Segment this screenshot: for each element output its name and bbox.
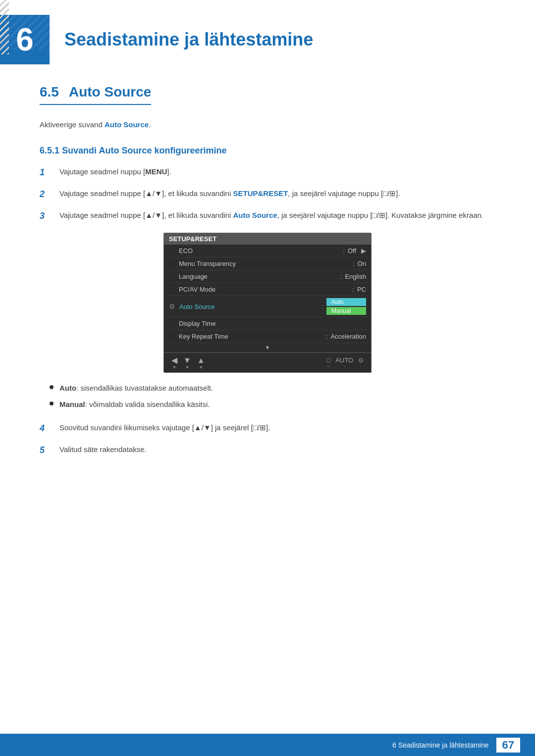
- right-nav-icons: □ ─ AUTO · ⊙ ·: [326, 356, 364, 369]
- intro-paragraph: Aktiveerige suvand Auto Source.: [40, 119, 495, 131]
- step-5-text: Valitud säte rakendatakse.: [59, 444, 495, 455]
- transparency-value: On: [358, 260, 366, 267]
- step-4-text: Soovitud suvandini liikumiseks vajutage …: [59, 422, 495, 434]
- sub-section-number: 6.5.1: [40, 146, 59, 155]
- footer-section-label: 6 Seadistamine ja lähtestamine: [392, 741, 489, 749]
- menu-screenshot: SETUP&RESET ECO : Off ▶ Menu Transparenc…: [163, 233, 372, 373]
- section-title: Auto Source: [69, 84, 151, 100]
- step-2-number: 2: [40, 187, 54, 202]
- intro-bold-text: Auto Source: [105, 120, 149, 129]
- nav-power-icon: ⊙ ·: [358, 356, 364, 369]
- auto-option: Auto: [326, 298, 366, 306]
- step-5-number: 5: [40, 443, 54, 457]
- bullet-list: Auto: sisendallikas tuvastatakse automaa…: [50, 383, 495, 410]
- nav-auto-icon: AUTO ·: [335, 356, 353, 369]
- step-4: 4 Soovitud suvandini liikumiseks vajutag…: [40, 422, 495, 436]
- step-4-number: 4: [40, 421, 54, 436]
- menu-title-bar: SETUP&RESET: [164, 233, 371, 245]
- nav-enter-icon: □ ─: [326, 356, 330, 369]
- main-content: 6.5Auto Source Aktiveerige suvand Auto S…: [0, 84, 535, 507]
- step-1: 1 Vajutage seadmel nuppu [MENU].: [40, 166, 495, 180]
- page-header: 6 Seadistamine ja lähtestamine: [0, 0, 535, 74]
- auto-source-label: Auto Source: [179, 303, 319, 310]
- step-1-text: Vajutage seadmel nuppu [MENU].: [59, 166, 495, 178]
- section-heading: 6.5Auto Source: [40, 84, 151, 105]
- intro-text-after: .: [149, 120, 151, 129]
- eco-label: ECO: [179, 247, 340, 254]
- menu-row-language: Language : English: [164, 270, 371, 283]
- eco-arrow: ▶: [361, 247, 366, 254]
- pcav-label: PC/AV Mode: [179, 286, 349, 293]
- menu-row-eco: ECO : Off ▶: [164, 245, 371, 257]
- steps-list-2: 4 Soovitud suvandini liikumiseks vajutag…: [40, 422, 495, 457]
- display-time-label: Display Time: [179, 320, 366, 327]
- nav-back-icon: ◀ ▼: [171, 355, 177, 370]
- key-repeat-value: Acceleration: [330, 333, 366, 340]
- bullet-manual: Manual: võimaldab valida sisendallika kä…: [50, 399, 495, 410]
- step-2: 2 Vajutage seadmel nuppe [▲/▼], et liiku…: [40, 188, 495, 202]
- bullet-auto: Auto: sisendallikas tuvastatakse automaa…: [50, 383, 495, 394]
- intro-text-before: Aktiveerige suvand: [40, 120, 105, 129]
- language-label: Language: [179, 273, 337, 280]
- pcav-value: PC: [357, 286, 366, 293]
- step-2-text: Vajutage seadmel nuppe [▲/▼], et liikuda…: [59, 188, 495, 200]
- nav-down-icon: ▼ ▼: [183, 356, 191, 370]
- gear-icon: ⚙: [169, 302, 175, 310]
- nav-up-icon: ▲ ▼: [197, 356, 205, 370]
- steps-list: 1 Vajutage seadmel nuppu [MENU]. 2 Vajut…: [40, 166, 495, 223]
- manual-option: Manual: [326, 307, 366, 315]
- eco-value: Off: [348, 247, 356, 254]
- language-value: English: [345, 273, 366, 280]
- chapter-title: Seadistamine ja lähtestamine: [64, 29, 313, 50]
- sub-section-title: Suvandi Auto Source konfigureerimine: [62, 146, 226, 155]
- menu-row-display-time: Display Time: [164, 317, 371, 330]
- scroll-down-indicator: ▼: [164, 343, 371, 353]
- menu-row-transparency: Menu Transparency : On: [164, 257, 371, 270]
- manual-bold: Manual: [59, 400, 85, 408]
- section-number: 6.5: [40, 84, 59, 100]
- sub-section-heading: 6.5.1 Suvandi Auto Source konfigureerimi…: [40, 146, 495, 156]
- chapter-number: 6: [16, 21, 34, 58]
- menu-bottom-bar: ◀ ▼ ▼ ▼ ▲ ▼ □ ─ AUTO ·: [164, 353, 371, 372]
- bullet-dot-manual: [50, 402, 54, 405]
- nav-icons: ◀ ▼ ▼ ▼ ▲ ▼: [171, 355, 205, 370]
- bullet-dot-auto: [50, 385, 54, 389]
- bullet-manual-text: Manual: võimaldab valida sisendallika kä…: [59, 399, 210, 410]
- page-footer: 6 Seadistamine ja lähtestamine 67: [0, 734, 535, 756]
- chapter-number-box: 6: [0, 15, 50, 64]
- auto-bold: Auto: [59, 384, 76, 392]
- bullet-auto-text: Auto: sisendallikas tuvastatakse automaa…: [59, 383, 213, 394]
- step-1-number: 1: [40, 165, 54, 180]
- page-number: 67: [496, 738, 520, 753]
- transparency-label: Menu Transparency: [179, 260, 350, 267]
- menu-row-auto-source: ⚙ Auto Source : Auto Manual: [164, 296, 371, 317]
- menu-row-pcav: PC/AV Mode : PC: [164, 283, 371, 296]
- auto-source-options: Auto Manual: [326, 298, 366, 315]
- step-3: 3 Vajutage seadmel nuppe [▲/▼], et liiku…: [40, 209, 495, 223]
- step-3-number: 3: [40, 209, 54, 223]
- key-repeat-label: Key Repeat Time: [179, 333, 323, 340]
- step-5: 5 Valitud säte rakendatakse.: [40, 444, 495, 457]
- menu-row-key-repeat: Key Repeat Time : Acceleration: [164, 330, 371, 343]
- step-3-text: Vajutage seadmel nuppe [▲/▼], et liikuda…: [59, 209, 495, 221]
